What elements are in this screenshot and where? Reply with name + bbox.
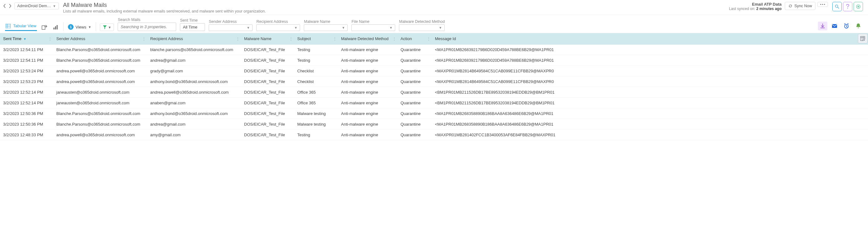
column-resize-handle[interactable]: ⋮ (427, 37, 431, 41)
table-row[interactable]: 3/2/2023 12:52:14 PMjaneausten@o365droid… (0, 98, 868, 108)
cell-subject: Testing (294, 130, 338, 140)
nav-forward-button[interactable] (7, 3, 12, 9)
column-resize-handle[interactable]: ⋮ (392, 37, 396, 41)
search-icon (835, 4, 839, 9)
tabular-view-label: Tabular View (13, 24, 36, 28)
sent-time-filter[interactable]: All Time (180, 23, 205, 31)
cell-action: Quarantine (397, 108, 432, 119)
page-subtitle: Lists all malware emails, including exte… (63, 9, 729, 13)
cell-sent: 3/2/2023 12:53:24 PM (0, 66, 53, 77)
malware-name-label: Malware Name (304, 20, 348, 24)
cell-sent: 3/2/2023 12:50:36 PM (0, 108, 53, 119)
cell-msgid: <MA1PR01MB268358890B186BAA8A636486E6B29@… (432, 119, 868, 130)
table-row[interactable]: 3/2/2023 12:53:24 PMandrea.powell@o365dr… (0, 66, 868, 77)
table-row[interactable]: 3/2/2023 12:54:11 PMBlanche.Parsons@o365… (0, 55, 868, 66)
sent-time-value: All Time (183, 25, 197, 29)
refresh-icon (788, 4, 793, 8)
sort-desc-icon: ▼ (24, 37, 27, 41)
table-row[interactable]: 3/2/2023 12:50:36 PMBlanche.Parsons@o365… (0, 108, 868, 119)
file-name-label: File Name (351, 20, 395, 24)
cell-recipient: anaben@gmai.com (147, 98, 241, 108)
sync-now-button[interactable]: Sync Now (785, 2, 815, 10)
sender-address-filter[interactable]: ▼ (209, 24, 252, 31)
search-input[interactable] (118, 23, 176, 31)
detected-method-filter[interactable]: ▼ (399, 24, 445, 31)
cell-sender: andrea.powell@o365droid.onmicrosoft.com (53, 77, 147, 87)
column-resize-handle[interactable]: ⋮ (236, 37, 240, 41)
file-name-filter[interactable]: ▼ (351, 24, 395, 31)
table-row[interactable]: 3/2/2023 12:50:36 PMBlanche.Parsons@o365… (0, 119, 868, 130)
tenant-dropdown[interactable]: AdminDroid Dem… ▼ (14, 2, 59, 9)
cell-sender: janeausten@o365droid.onmicrosoft.com (53, 98, 147, 108)
malware-name-filter[interactable]: ▼ (304, 24, 348, 31)
cell-msgid: <MA1PR01MB268358890B186BAA8A636486E6B29@… (432, 108, 868, 119)
svg-rect-12 (54, 28, 55, 29)
svg-point-0 (820, 4, 821, 5)
views-dropdown[interactable]: 1 Views ▼ (67, 23, 92, 31)
cell-msgid: <MA1PR01MB268392179B6D020D459A788BE6B29@… (432, 45, 868, 55)
chevron-down-icon: ▼ (108, 26, 112, 29)
column-header[interactable]: Subject⋮ (294, 33, 338, 45)
cell-sent: 3/2/2023 12:52:14 PM (0, 87, 53, 98)
cell-sent: 3/2/2023 12:48:33 PM (0, 130, 53, 140)
cell-action: Quarantine (397, 55, 432, 66)
chart-view-button[interactable] (52, 24, 59, 31)
svg-line-4 (838, 7, 839, 8)
column-header[interactable]: Action⋮ (397, 33, 432, 45)
download-button[interactable] (818, 22, 827, 30)
svg-rect-14 (57, 25, 58, 29)
nav-back-button[interactable] (2, 3, 7, 9)
column-resize-handle[interactable]: ⋮ (142, 37, 146, 41)
column-header[interactable]: Recipient Address⋮ (147, 33, 241, 45)
cell-recipient: blanche.parsons@o365droid.onmicrosoft.co… (147, 45, 241, 55)
recipient-address-filter[interactable]: ▼ (256, 24, 300, 31)
chevron-down-icon: ▼ (88, 25, 91, 29)
column-chooser-button[interactable] (858, 34, 867, 43)
chevron-down-icon: ▼ (247, 26, 250, 29)
detected-method-label: Malware Detected Method (399, 20, 445, 24)
column-header[interactable]: Malware Detected Method⋮ (338, 33, 397, 45)
table-row[interactable]: 3/2/2023 12:52:14 PMjaneausten@o365droid… (0, 87, 868, 98)
alert-button[interactable] (854, 22, 863, 30)
cell-sender: Blanche.Parsons@o365droid.onmicrosoft.co… (53, 108, 147, 119)
help-button[interactable] (843, 2, 852, 11)
column-header[interactable]: Sent Time▼⋮ (0, 33, 53, 45)
chevron-down-icon: ▼ (294, 26, 298, 29)
column-header[interactable]: Sender Address⋮ (53, 33, 147, 45)
svg-rect-13 (55, 26, 56, 29)
sync-data-title: Email ATP Data (729, 2, 782, 7)
cell-action: Quarantine (397, 87, 432, 98)
tabular-view-tab[interactable]: Tabular View (5, 22, 37, 31)
columns-icon (860, 36, 865, 41)
table-row[interactable]: 3/2/2023 12:48:33 PMandrea.powell@o365dr… (0, 130, 868, 140)
cell-recipient: anthony.bond@o365droid.onmicrosoft.com (147, 77, 241, 87)
views-count-badge: 1 (68, 24, 73, 30)
column-header[interactable]: Malware Name⋮ (241, 33, 294, 45)
column-header[interactable]: Message Id⋮ (432, 33, 868, 45)
page-title: All Malware Mails (63, 2, 729, 8)
cell-msgid: <MAXPR01MB2814B649584C51CAB099E11CFBB29@… (432, 77, 868, 87)
mail-icon (832, 24, 837, 28)
tips-button[interactable] (854, 2, 863, 11)
more-menu-button[interactable] (817, 2, 828, 7)
chevron-down-icon: ▼ (439, 26, 442, 29)
cell-method: Anti-malware engine (338, 119, 397, 130)
cell-method: Anti-malware engine (338, 45, 397, 55)
cell-sent: 3/2/2023 12:53:23 PM (0, 77, 53, 87)
cell-action: Quarantine (397, 130, 432, 140)
schedule-button[interactable] (842, 22, 851, 30)
cell-malware: DOS/EICAR_Test_File (241, 108, 294, 119)
cell-msgid: <MAXPR01MB281402FCC1B3400053AF6E84FBB29@… (432, 130, 868, 140)
email-button[interactable] (830, 22, 839, 30)
table-row[interactable]: 3/2/2023 12:54:11 PMBlanche.Parsons@o365… (0, 45, 868, 55)
column-resize-handle[interactable]: ⋮ (333, 37, 337, 41)
column-resize-handle[interactable]: ⋮ (289, 37, 293, 41)
global-search-button[interactable] (832, 2, 842, 11)
cell-malware: DOS/EICAR_Test_File (241, 119, 294, 130)
cell-action: Quarantine (397, 98, 432, 108)
sender-address-label: Sender Address (209, 20, 252, 24)
table-row[interactable]: 3/2/2023 12:53:23 PMandrea.powell@o365dr… (0, 77, 868, 87)
export-view-button[interactable] (41, 24, 48, 31)
column-resize-handle[interactable]: ⋮ (48, 37, 52, 41)
filter-button[interactable]: ▼ (100, 24, 114, 31)
